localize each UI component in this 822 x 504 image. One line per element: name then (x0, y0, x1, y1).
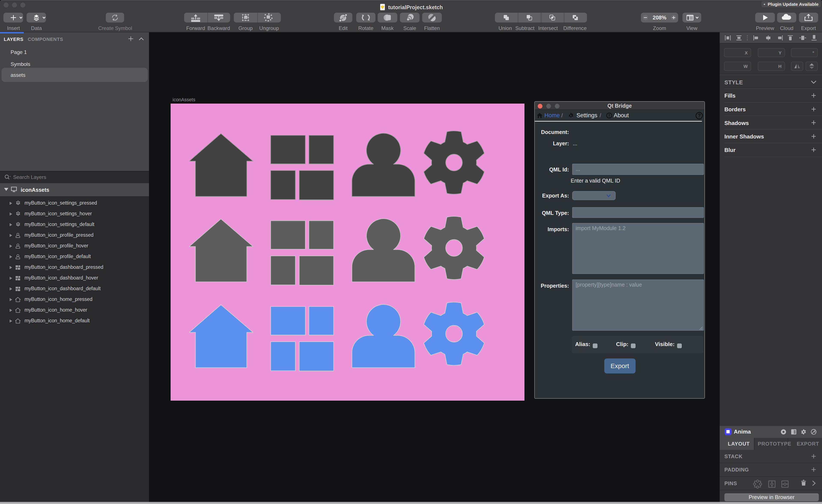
svg-text:208%: 208% (653, 15, 667, 21)
svg-text:?: ? (698, 113, 701, 118)
